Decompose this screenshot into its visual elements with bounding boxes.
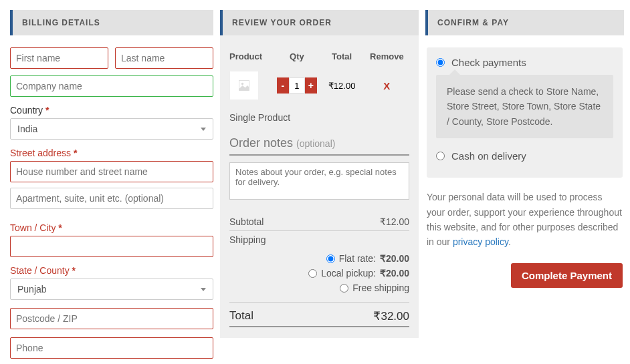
shipping-free-radio[interactable] — [340, 284, 348, 293]
subtotal-row: Subtotal ₹12.00 — [229, 213, 409, 231]
confirm-column: CONFIRM & PAY Check payments Please send… — [425, 10, 624, 288]
qty-stepper: - + — [277, 77, 317, 94]
cart-item-row: - + ₹12.00 X — [229, 68, 409, 108]
country-select[interactable]: India — [10, 118, 213, 140]
chevron-down-icon — [201, 288, 206, 291]
payment-cod-option[interactable]: Cash on delivery — [436, 150, 613, 162]
first-name-input[interactable] — [10, 47, 108, 69]
order-notes-input[interactable] — [229, 162, 409, 200]
qty-plus-button[interactable]: + — [305, 77, 317, 94]
product-name: Single Product — [229, 108, 409, 132]
remove-item-button[interactable]: X — [383, 80, 390, 92]
product-thumbnail — [229, 71, 259, 100]
shipping-label-row: Shipping — [229, 231, 409, 248]
town-label: Town / City * — [10, 222, 213, 233]
review-header: REVIEW YOUR ORDER — [220, 10, 419, 35]
billing-column: BILLING DETAILS Country * India Street a… — [10, 10, 213, 364]
payment-check-desc: Please send a check to Store Name, Store… — [436, 75, 613, 138]
town-input[interactable] — [10, 236, 213, 257]
shipping-flat-option[interactable]: Flat rate: ₹20.00 — [229, 251, 409, 266]
state-select[interactable]: Punjab — [10, 279, 213, 300]
payment-cod-radio[interactable] — [436, 152, 445, 160]
shipping-local-radio[interactable] — [308, 269, 317, 278]
qty-minus-button[interactable]: - — [277, 77, 289, 94]
image-placeholder-icon — [237, 79, 251, 92]
phone-input[interactable] — [10, 337, 213, 359]
postcode-input[interactable] — [10, 308, 213, 329]
state-label: State / County * — [10, 265, 213, 276]
payment-check-option[interactable]: Check payments — [436, 57, 613, 68]
payment-check-radio[interactable] — [436, 58, 445, 67]
shipping-options: Flat rate: ₹20.00 Local pickup: ₹20.00 F… — [229, 248, 409, 303]
chevron-down-icon — [201, 128, 206, 131]
shipping-free-option[interactable]: Free shipping — [229, 281, 409, 295]
company-input[interactable] — [10, 75, 213, 97]
order-notes-title: Order notes (optional) — [229, 132, 409, 156]
payment-box: Check payments Please send a check to St… — [427, 47, 623, 178]
country-label: Country * — [10, 105, 213, 116]
confirm-header: CONFIRM & PAY — [425, 10, 624, 35]
qty-input[interactable] — [289, 77, 305, 94]
total-row: Total ₹32.00 — [229, 303, 409, 327]
state-value: Punjab — [17, 284, 47, 295]
street1-input[interactable] — [10, 161, 213, 182]
country-value: India — [17, 124, 37, 134]
review-table-header: Product Qty Total Remove — [229, 47, 409, 68]
street2-input[interactable] — [10, 188, 213, 209]
review-column: REVIEW YOUR ORDER Product Qty Total Remo… — [220, 10, 419, 338]
item-total: ₹12.00 — [320, 81, 364, 91]
shipping-flat-radio[interactable] — [326, 254, 335, 263]
billing-header: BILLING DETAILS — [10, 10, 213, 35]
privacy-policy-link[interactable]: privacy policy — [453, 236, 508, 247]
last-name-input[interactable] — [115, 47, 213, 69]
svg-point-1 — [241, 83, 243, 85]
privacy-text: Your personal data will be used to proce… — [427, 190, 623, 250]
street-label: Street address * — [10, 148, 213, 158]
complete-payment-button[interactable]: Complete Payment — [511, 263, 623, 288]
shipping-local-option[interactable]: Local pickup: ₹20.00 — [229, 266, 409, 281]
